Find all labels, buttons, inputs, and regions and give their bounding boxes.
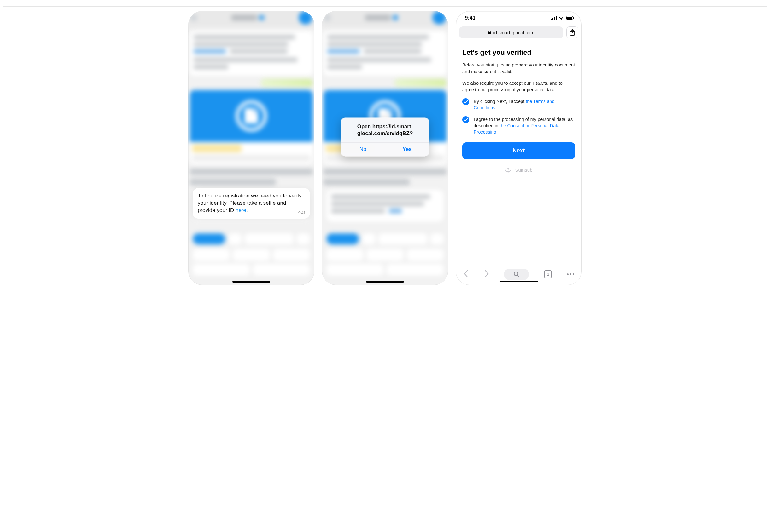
intro-paragraph-1: Before you start, please prepare your id…	[462, 62, 575, 75]
browser-search-button[interactable]	[504, 269, 529, 280]
next-button[interactable]: Next	[462, 142, 575, 159]
svg-rect-1	[552, 18, 553, 20]
home-indicator	[366, 281, 404, 283]
phone-screen-1: To finalize registration we need you to …	[188, 11, 314, 285]
browser-back-button[interactable]	[463, 270, 469, 279]
chat-message-bubble: To finalize registration we need you to …	[192, 188, 310, 219]
chat-message-text-end: .	[246, 207, 248, 213]
chevron-left-icon	[463, 270, 469, 278]
open-url-alert: Open https://id.smart-glocal.com/en/idqB…	[341, 118, 429, 157]
home-indicator	[233, 281, 270, 283]
svg-point-11	[514, 272, 518, 276]
alert-title: Open https://id.smart-glocal.com/en/idqB…	[341, 118, 429, 142]
alert-no-button[interactable]: No	[341, 143, 385, 157]
svg-point-9	[508, 168, 509, 169]
chat-message-timestamp: 9:41	[298, 210, 306, 215]
browser-forward-button[interactable]	[484, 270, 489, 279]
share-button[interactable]	[566, 26, 578, 38]
page-title: Let's get you verified	[462, 49, 575, 57]
url-host-text: id.smart-glocal.com	[493, 30, 534, 35]
sumsub-branding: Sumsub	[462, 167, 575, 173]
blurred-chat-background	[188, 11, 314, 285]
lock-icon	[488, 31, 491, 35]
consent-checkbox-label: I agree to the processing of my personal…	[474, 116, 575, 135]
svg-rect-5	[566, 17, 572, 20]
chat-message-text: To finalize registration we need you to …	[198, 193, 302, 213]
sumsub-label: Sumsub	[515, 167, 532, 173]
terms-checkbox[interactable]	[462, 98, 469, 105]
chevron-right-icon	[484, 270, 489, 278]
svg-rect-0	[551, 19, 552, 20]
terms-checkbox-label: By clicking Next, I accept the Terms and…	[474, 98, 575, 111]
svg-rect-6	[573, 17, 574, 19]
battery-icon	[566, 16, 574, 20]
svg-rect-2	[554, 17, 555, 20]
search-icon	[513, 271, 520, 277]
home-indicator	[500, 281, 537, 282]
status-bar: 9:41	[456, 11, 582, 25]
phone-screen-3: 9:41 id.smart-glocal.com Let's get you v…	[456, 11, 582, 285]
cellular-icon	[551, 16, 556, 20]
svg-rect-3	[555, 16, 556, 20]
svg-rect-10	[508, 171, 509, 172]
check-icon	[464, 118, 468, 121]
address-bar[interactable]: id.smart-glocal.com	[459, 26, 563, 38]
consent-checkbox[interactable]	[462, 116, 469, 123]
share-icon	[569, 29, 575, 36]
browser-tabs-button[interactable]: 1	[544, 270, 552, 278]
svg-line-12	[518, 275, 519, 277]
alert-yes-button[interactable]: Yes	[385, 143, 429, 157]
status-time: 9:41	[465, 15, 475, 21]
sumsub-icon	[505, 167, 512, 173]
verify-here-link[interactable]: here	[236, 207, 246, 213]
wifi-icon	[558, 16, 564, 20]
phone-screen-2: Open https://id.smart-glocal.com/en/idqB…	[322, 11, 448, 285]
intro-paragraph-2: We also require you to accept our T's&C'…	[462, 80, 575, 93]
tabs-count: 1	[547, 272, 549, 277]
svg-rect-7	[488, 32, 491, 34]
check-icon	[464, 100, 468, 103]
browser-more-button[interactable]	[567, 273, 574, 275]
